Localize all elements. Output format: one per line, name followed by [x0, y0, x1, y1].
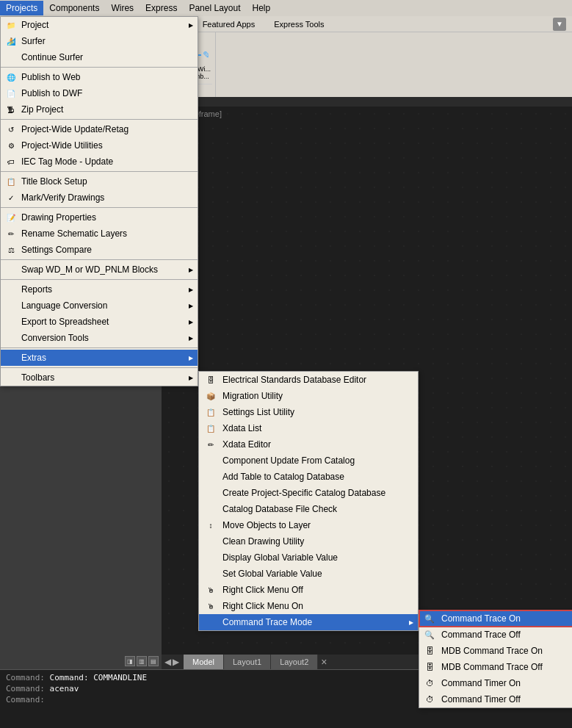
- extras-create-catalog[interactable]: Create Project-Specific Catalog Database: [199, 485, 418, 501]
- dd-drawing-props[interactable]: 📝 Drawing Properties: [1, 209, 198, 226]
- dd-swap-blocks[interactable]: Swap WD_M or WD_PNLM Blocks: [1, 262, 198, 278]
- trace-timer-off[interactable]: ⏱ Command Timer Off: [419, 691, 572, 707]
- right-click-off-icon: 🖱: [203, 584, 218, 596]
- dd-continue-surfer[interactable]: Continue Surfer: [1, 49, 198, 65]
- zip-icon: 🗜: [5, 104, 17, 115]
- dd-zip-project[interactable]: 🗜 Zip Project: [1, 101, 198, 118]
- mdb-trace-on-icon: 🗄: [424, 645, 435, 657]
- extras-electrical-db[interactable]: 🗄 Electrical Standards Database Editor: [199, 372, 418, 388]
- extras-set-global[interactable]: Set Global Variable Value: [199, 566, 418, 582]
- dd-title-block[interactable]: 📋 Title Block Setup: [1, 173, 198, 190]
- mdb-trace-off-icon: 🗄: [424, 661, 435, 673]
- extras-add-table[interactable]: Add Table to Catalog Database: [199, 469, 418, 485]
- dd-rename-layers[interactable]: ✏ Rename Schematic Layers: [1, 226, 198, 242]
- db-icon: 🗄: [203, 374, 218, 386]
- publish-dwf-icon: 📄: [5, 87, 17, 99]
- separator-5: [1, 259, 198, 260]
- dd-mark-verify[interactable]: ✓ Mark/Verify Drawings: [1, 190, 198, 206]
- tab-express-tools[interactable]: Express Tools: [266, 18, 332, 31]
- menu-help[interactable]: Help: [247, 1, 277, 15]
- surfer-icon: 🏄: [5, 35, 17, 47]
- separator-7: [1, 347, 198, 348]
- tab-layout2[interactable]: Layout2: [271, 655, 318, 669]
- cmd-label-3: Command:: [6, 695, 45, 704]
- dd-reports[interactable]: Reports: [1, 281, 198, 298]
- extras-right-click-on[interactable]: 🖱 Right Click Menu On: [199, 598, 418, 614]
- extras-xdata-list[interactable]: 📋 Xdata List: [199, 420, 418, 436]
- nav-right-arrow[interactable]: ▶: [173, 657, 179, 667]
- extras-xdata-editor[interactable]: ✏ Xdata Editor: [199, 436, 418, 453]
- dd-settings-compare[interactable]: ⚖ Settings Compare: [1, 242, 198, 258]
- update-icon: ↺: [5, 123, 17, 135]
- menu-panel-layout[interactable]: Panel Layout: [183, 1, 246, 15]
- separator-2: [1, 119, 198, 120]
- dd-surfer[interactable]: 🏄 Surfer: [1, 33, 198, 49]
- panel-controls: ◨ ▥ ▤: [125, 656, 159, 666]
- migration-icon: 📦: [203, 390, 218, 402]
- tab-featured-apps[interactable]: Featured Apps: [195, 18, 264, 31]
- extras-component-update[interactable]: Component Update From Catalog: [199, 453, 418, 469]
- utilities-icon: ⚙: [5, 140, 17, 151]
- dd-project-wide-utilities[interactable]: ⚙ Project-Wide Utilities: [1, 137, 198, 154]
- dd-toolbars[interactable]: Toolbars: [1, 370, 198, 386]
- extras-submenu: 🗄 Electrical Standards Database Editor 📦…: [198, 371, 419, 631]
- extras-settings-list[interactable]: 📋 Settings List Utility: [199, 404, 418, 420]
- menu-express[interactable]: Express: [140, 1, 183, 15]
- dd-project-wide-update[interactable]: ↺ Project-Wide Update/Retag: [1, 121, 198, 137]
- separator-6: [1, 279, 198, 280]
- close-icon[interactable]: ×: [318, 656, 330, 668]
- timer-on-icon: ⏱: [424, 677, 435, 689]
- cmd-text-1: Command: COMMANDLINE: [50, 673, 147, 682]
- menu-projects[interactable]: Projects: [0, 1, 43, 15]
- timer-off-icon: ⏱: [424, 693, 435, 705]
- menu-components[interactable]: Components: [43, 1, 105, 15]
- extras-command-trace-mode[interactable]: Command Trace Mode: [199, 614, 418, 630]
- props-icon: 📝: [5, 212, 17, 223]
- panel-btn-1[interactable]: ◨: [125, 656, 135, 666]
- trace-on-icon: 🔍: [424, 613, 435, 624]
- menu-wires[interactable]: Wires: [105, 1, 140, 15]
- title-icon: 📋: [5, 176, 17, 187]
- xdata-editor-icon: ✏: [203, 439, 218, 450]
- tab-layout1[interactable]: Layout1: [224, 655, 271, 669]
- compare-icon: ⚖: [5, 244, 17, 256]
- nav-arrows: ◀ ▶: [162, 657, 184, 667]
- extras-migration[interactable]: 📦 Migration Utility: [199, 388, 418, 404]
- svg-text:✎: ✎: [203, 49, 209, 61]
- extras-display-global[interactable]: Display Global Variable Value: [199, 549, 418, 566]
- trace-cmd-on[interactable]: 🔍 Command Trace On: [419, 610, 572, 627]
- menu-bar: Projects Components Wires Express Panel …: [0, 0, 572, 16]
- projects-dropdown: 📁 Project 🏄 Surfer Continue Surfer 🌐 Pub…: [0, 16, 198, 386]
- panel-btn-2[interactable]: ▥: [137, 656, 147, 666]
- trace-timer-on[interactable]: ⏱ Command Timer On: [419, 675, 572, 691]
- tab-model[interactable]: Model: [184, 655, 224, 669]
- ribbon-icon-extra[interactable]: ▼: [553, 18, 566, 31]
- mark-icon: ✓: [5, 192, 17, 203]
- xdata-list-icon: 📋: [203, 422, 218, 434]
- panel-btn-3[interactable]: ▤: [148, 656, 159, 666]
- separator-3: [1, 171, 198, 172]
- dd-extras[interactable]: Extras: [1, 350, 198, 366]
- extras-clean-drawing[interactable]: Clean Drawing Utility: [199, 533, 418, 549]
- dd-iec-tag[interactable]: 🏷 IEC Tag Mode - Update: [1, 154, 198, 170]
- dd-export-spreadsheet[interactable]: Export to Spreadsheet: [1, 314, 198, 330]
- trace-submenu: 🔍 Command Trace On 🔍 Command Trace Off 🗄…: [419, 610, 572, 708]
- dd-language-conversion[interactable]: Language Conversion: [1, 298, 198, 314]
- separator-4: [1, 207, 198, 208]
- trace-mdb-on[interactable]: 🗄 MDB Command Trace On: [419, 643, 572, 659]
- dd-conversion-tools[interactable]: Conversion Tools: [1, 330, 198, 346]
- rename-icon: ✏: [5, 228, 17, 239]
- extras-right-click-off[interactable]: 🖱 Right Click Menu Off: [199, 582, 418, 598]
- dd-publish-web[interactable]: 🌐 Publish to Web: [1, 69, 198, 85]
- cmd-text-2: acenav: [50, 684, 79, 693]
- dd-publish-dwf[interactable]: 📄 Publish to DWF: [1, 85, 198, 101]
- separator-1: [1, 67, 198, 68]
- extras-move-objects[interactable]: ↕ Move Objects to Layer: [199, 517, 418, 533]
- trace-mdb-off[interactable]: 🗄 MDB Command Trace Off: [419, 659, 572, 675]
- nav-left-arrow[interactable]: ◀: [164, 657, 171, 667]
- right-click-on-icon: 🖱: [203, 600, 218, 612]
- cmd-label-1: Command:: [6, 673, 50, 682]
- extras-catalog-check[interactable]: Catalog Database File Check: [199, 501, 418, 517]
- dd-project[interactable]: 📁 Project: [1, 17, 198, 33]
- trace-cmd-off[interactable]: 🔍 Command Trace Off: [419, 627, 572, 643]
